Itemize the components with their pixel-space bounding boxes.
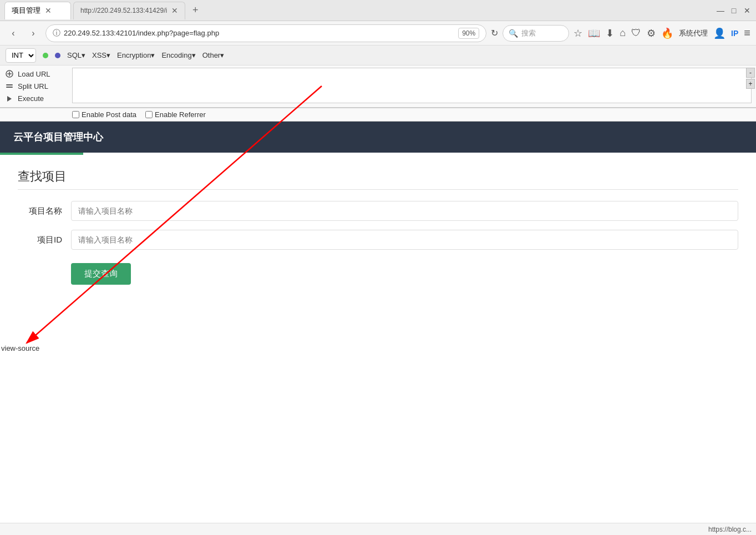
tab-1[interactable]: 项目管理 ✕ [4,2,71,19]
shield-icon[interactable]: 🛡 [631,27,641,39]
name-form-row: 项目名称 [18,201,738,221]
ip-button[interactable]: IP [731,29,738,38]
download-icon[interactable]: ⬇ [606,27,614,39]
back-button[interactable]: ‹ [6,26,21,41]
encoding-button[interactable]: Encoding▾ [161,51,195,59]
search-placeholder: 搜索 [521,28,536,38]
load-url-action[interactable]: Load URL [4,69,68,79]
submit-button[interactable]: 提交查询 [71,263,131,285]
split-url-action[interactable]: Split URL [4,81,68,91]
reload-button[interactable]: ↻ [491,28,498,38]
id-input[interactable] [71,230,738,250]
forward-button[interactable]: › [26,26,41,41]
hackbar-url-input[interactable] [72,68,752,103]
enable-referrer-text: Enable Referrer [155,110,206,119]
hackbar-panel: Load URL Split URL Execute - + [0,65,756,108]
fire-icon[interactable]: 🔥 [661,27,673,39]
hackbar-left: Load URL Split URL Execute [0,65,72,107]
reader-icon[interactable]: 📖 [588,27,600,39]
encryption-button[interactable]: Encryption▾ [117,51,155,59]
tab-strip: 项目管理 ✕ http://220.249.52.133:41429/i ✕ + [4,2,712,19]
name-label: 项目名称 [18,206,62,216]
statusbar: https://blog.c... [0,523,756,535]
section-title: 查找项目 [18,168,738,190]
search-icon: 🔍 [509,29,518,38]
enable-referrer-checkbox[interactable] [145,111,153,118]
split-url-label: Split URL [18,82,48,90]
submit-row: 提交查询 [18,259,738,285]
xss-button[interactable]: XSS▾ [92,51,110,59]
hackbar-side-buttons: - + [746,68,755,89]
load-url-icon [4,69,14,79]
load-url-label: Load URL [18,70,50,78]
zoom-level[interactable]: 90% [458,28,479,39]
sql-button[interactable]: SQL▾ [67,51,85,59]
extension-icon[interactable]: ⚙ [647,27,656,39]
other-button[interactable]: Other▾ [202,51,225,59]
address-box[interactable]: ⓘ 220.249.52.133:42101/index.php?page=fl… [45,24,486,42]
site-header: 云平台项目管理中心 [0,122,756,153]
svg-rect-3 [6,84,13,85]
browser-titlebar: 项目管理 ✕ http://220.249.52.133:41429/i ✕ +… [0,0,756,21]
header-title: 云平台项目管理中心 [13,132,103,143]
plugin-toolbar: INT SQL▾ XSS▾ Encryption▾ Encoding▾ Othe… [0,46,756,65]
execute-action[interactable]: Execute [4,94,68,104]
window-controls: — □ ✕ [716,6,752,15]
main-area: 查找项目 项目名称 项目ID 提交查询 [0,155,756,298]
execute-icon [4,94,14,104]
bookmark-icon[interactable]: ☆ [574,27,582,39]
tab-1-title: 项目管理 [12,6,40,16]
int-select[interactable]: INT [6,48,36,63]
toolbar-icons: ☆ 📖 ⬇ ⌂ 🛡 ⚙ 🔥 系统代理 👤 IP ≡ [574,27,750,39]
enable-referrer-label[interactable]: Enable Referrer [145,110,206,119]
enable-post-text: Enable Post data [82,110,136,119]
address-text: 220.249.52.133:42101/index.php?page=flag… [64,29,455,37]
execute-label: Execute [18,94,44,103]
enable-post-label[interactable]: Enable Post data [72,110,136,119]
new-tab-button[interactable]: + [187,3,203,18]
tab-2-url: http://220.249.52.133:41429/i [80,7,167,14]
minus-button[interactable]: - [746,68,755,78]
avatar-icon[interactable]: 👤 [713,27,725,39]
protocol-icon: ⓘ [53,28,60,38]
id-label: 项目ID [18,235,62,245]
name-input[interactable] [71,201,738,221]
statusbar-url: https://blog.c... [708,526,752,533]
address-bar: ‹ › ⓘ 220.249.52.133:42101/index.php?pag… [0,21,756,46]
restore-button[interactable]: □ [729,6,738,15]
page-content: 云平台项目管理中心 查找项目 项目名称 项目ID 提交查询 [0,122,756,298]
svg-marker-5 [7,96,12,102]
blue-dot [55,53,60,58]
menu-button[interactable]: ≡ [744,27,750,39]
view-source-label: view-source [1,344,39,357]
tab-1-close[interactable]: ✕ [45,6,52,15]
close-button[interactable]: ✕ [743,6,752,15]
search-box[interactable]: 🔍 搜索 [503,25,569,42]
hackbar-options: Enable Post data Enable Referrer [0,108,756,122]
proxy-button[interactable]: 系统代理 [679,28,708,38]
green-dot [43,53,48,58]
plus-button[interactable]: + [746,79,755,89]
tab-2[interactable]: http://220.249.52.133:41429/i ✕ [73,2,185,19]
home-icon[interactable]: ⌂ [620,27,626,39]
split-url-icon [4,81,14,91]
tab-2-close[interactable]: ✕ [171,6,178,15]
id-form-row: 项目ID [18,230,738,250]
minimize-button[interactable]: — [716,6,725,15]
svg-rect-4 [6,87,13,88]
enable-post-checkbox[interactable] [72,111,79,118]
